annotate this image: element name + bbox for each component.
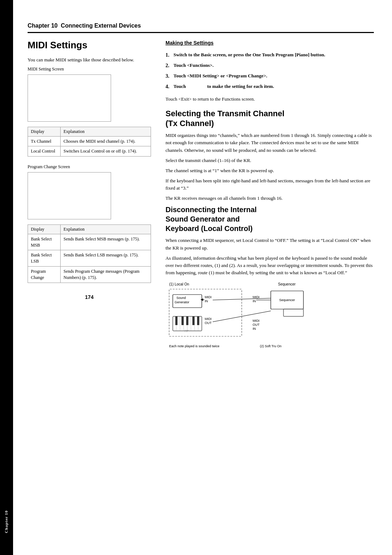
chapter-tab: Chapter 10 <box>0 0 13 555</box>
page-number: 174 <box>28 294 151 301</box>
table-row: Tx Channel Chooses the MIDI send channel… <box>28 136 151 146</box>
table2-row2-explanation: Sends Bank Select LSB messages (p. 175). <box>61 250 151 267</box>
page: Chapter 10 Chapter 10 Connecting Externa… <box>0 0 392 555</box>
diagram-label1: (1) Local On <box>169 282 189 286</box>
step-number: 2. <box>166 62 171 69</box>
making-settings-title: Making the Settings <box>166 40 374 47</box>
local-control-title: Disconnecting the InternalSound Generato… <box>166 205 374 233</box>
tx-channel-body-4: If the keyboard has been split into righ… <box>166 177 374 192</box>
chapter-tab-label: Chapter 10 <box>4 510 9 533</box>
chapter-header: Chapter 10 Connecting External Devices <box>28 22 374 33</box>
step-number: 1. <box>166 51 171 59</box>
local-control-body-2: As illustrated, information describing w… <box>166 255 374 276</box>
svg-text:IN: IN <box>253 327 256 331</box>
midi-settings-title: MIDI Settings <box>28 40 151 51</box>
table1-header-display: Display <box>28 127 61 136</box>
table1-row2-display: Local Control <box>28 146 61 157</box>
left-column: MIDI Settings You can make MIDI settings… <box>28 40 151 533</box>
steps-list: 1. Switch to the Basic screen, or press … <box>166 51 374 90</box>
note-soft-tru: (2) Soft Tru On <box>260 344 282 348</box>
local-control-body-1: When connecting a MIDI sequencer, set Lo… <box>166 237 374 251</box>
list-item: 3. Touch <MIDI Setting> or <Program Chan… <box>166 72 374 80</box>
svg-text:IN: IN <box>253 299 256 303</box>
main-content: Chapter 10 Connecting External Devices M… <box>13 0 392 555</box>
step-text: Switch to the Basic screen, or press the… <box>173 51 374 59</box>
program-change-screen-box <box>28 172 111 219</box>
svg-text:Generator: Generator <box>175 300 189 304</box>
svg-text:OUT: OUT <box>205 321 212 325</box>
screen2-label: Program Change Screen <box>28 164 151 170</box>
table1-row2-explanation: Switches Local Control on or off (p. 174… <box>61 146 151 157</box>
two-column-layout: MIDI Settings You can make MIDI settings… <box>28 40 374 533</box>
svg-rect-18 <box>197 316 199 325</box>
list-item: 4. Touch to make the setting for each it… <box>166 83 374 90</box>
table2: Display Explanation Bank Select MSB Send… <box>28 224 151 283</box>
table2-row2-display: Bank Select LSB <box>28 250 61 267</box>
step-text: Touch to make the setting for each item. <box>173 83 374 90</box>
tx-channel-body-1: MIDI organizes things into “channels,” w… <box>166 132 374 154</box>
table-row: Local Control Switches Local Control on … <box>28 146 151 157</box>
table2-row3-explanation: Sends Program Change messages (Program N… <box>61 267 151 283</box>
step-text: Touch <Functions>. <box>173 62 374 69</box>
svg-rect-15 <box>181 316 184 325</box>
tx-channel-body-5: The KR receives messages on all channels… <box>166 195 374 202</box>
diagram-sequencer-label: Sequencer <box>278 282 296 286</box>
table1-row1-explanation: Chooses the MIDI send channel (p. 174). <box>61 136 151 146</box>
table1: Display Explanation Tx Channel Chooses t… <box>28 127 151 157</box>
intro-text: You can make MIDI settings like those de… <box>28 56 151 64</box>
table2-header-explanation: Explanation <box>61 225 151 234</box>
screen1-label: MIDI Setting Screen <box>28 66 151 72</box>
touch-note: Touch <Exit> to return to the Functions … <box>166 96 374 103</box>
table-row: Program Change Sends Program Change mess… <box>28 267 151 283</box>
tx-channel-title: Selecting the Transmit Channel(Tx Channe… <box>166 109 374 128</box>
list-item: 1. Switch to the Basic screen, or press … <box>166 51 374 59</box>
list-item: 2. Touch <Functions>. <box>166 62 374 69</box>
svg-text:☞: ☞ <box>184 328 189 334</box>
step-number: 4. <box>166 83 171 90</box>
tx-channel-body-3: The channel setting is at “1” when the K… <box>166 167 374 174</box>
note-each-played: Each note played is sounded twice <box>169 344 220 348</box>
table2-row1-explanation: Sends Bank Select MSB messages (p. 175). <box>61 234 151 250</box>
midi-setting-screen-box <box>28 74 111 122</box>
table1-header-explanation: Explanation <box>61 127 151 136</box>
table2-row1-display: Bank Select MSB <box>28 234 61 250</box>
svg-text:OUT: OUT <box>253 323 260 327</box>
step-text: Touch <MIDI Setting> or <Program Change>… <box>173 72 374 80</box>
table2-header-display: Display <box>28 225 61 234</box>
tx-channel-body-2: Select the transmit channel (1–16) of th… <box>166 157 374 164</box>
svg-text:IN: IN <box>205 299 208 303</box>
right-column: Making the Settings 1. Switch to the Bas… <box>166 40 374 533</box>
table2-row3-display: Program Change <box>28 267 61 283</box>
table-row: Bank Select MSB Sends Bank Select MSB me… <box>28 234 151 250</box>
diagram-svg: (1) Local On Sequencer Sound Generator M… <box>166 280 318 356</box>
table-row: Bank Select LSB Sends Bank Select LSB me… <box>28 250 151 267</box>
midi-out-label: MIDI <box>205 317 212 321</box>
chapter-title: Chapter 10 Connecting External Devices <box>28 23 141 29</box>
svg-rect-17 <box>192 316 195 325</box>
midi-in-label: MIDI <box>205 295 212 299</box>
svg-rect-21 <box>283 309 303 316</box>
sound-gen-label: Sound <box>176 296 186 300</box>
seq-midi-out2: MIDI <box>253 319 260 323</box>
svg-rect-14 <box>175 316 177 325</box>
sequencer-box-label: Sequencer <box>279 298 295 302</box>
table1-row1-display: Tx Channel <box>28 136 61 146</box>
svg-rect-16 <box>186 316 188 325</box>
diagram-container: (1) Local On Sequencer Sound Generator M… <box>166 280 374 358</box>
step-number: 3. <box>166 72 171 80</box>
